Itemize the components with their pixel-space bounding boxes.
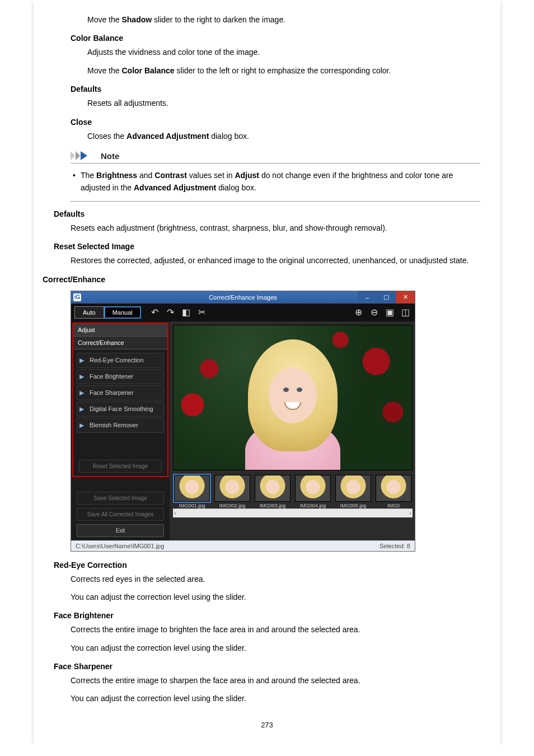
- item-face-brightener[interactable]: ▶Face Brightener: [77, 369, 164, 384]
- face-sharpener-desc1: Corrects the entire image to sharpen the…: [71, 674, 480, 687]
- sidebar-tab-adjust[interactable]: Adjust: [73, 324, 167, 337]
- auto-tab[interactable]: Auto: [74, 306, 104, 319]
- scroll-left-icon[interactable]: ‹: [174, 510, 176, 516]
- shadow-desc: Move the Shadow slider to the right to d…: [87, 13, 480, 26]
- thumbnail[interactable]: IMG002.jpg: [213, 475, 251, 508]
- thumbnail[interactable]: IMG0: [374, 475, 413, 508]
- exit-button[interactable]: Exit: [77, 524, 164, 537]
- save-selected-image-button[interactable]: Save Selected Image: [77, 492, 164, 505]
- face-brightener-desc1: Corrects the entire image to brighten th…: [71, 623, 480, 636]
- reset-selected-image-button[interactable]: Reset Selected Image: [79, 460, 162, 473]
- window-title: Correct/Enhance Images: [209, 294, 277, 301]
- status-path: C:\Users\UserName\IMG001.jpg: [76, 543, 164, 549]
- crop-icon[interactable]: ✂: [196, 306, 208, 319]
- color-balance-desc2: Move the Color Balance slider to the lef…: [87, 64, 480, 77]
- face-sharpener-heading: Face Sharpener: [54, 662, 480, 671]
- rotate-right-icon[interactable]: ↷: [165, 306, 177, 319]
- play-icon: ▶: [79, 389, 84, 396]
- note-arrow-icon: [71, 151, 96, 160]
- defaults-inner-heading: Defaults: [71, 85, 480, 94]
- redeye-heading: Red-Eye Correction: [54, 561, 480, 570]
- redeye-desc2: You can adjust the correction level usin…: [71, 591, 480, 603]
- color-balance-desc1: Adjusts the vividness and color tone of …: [87, 46, 480, 58]
- correct-enhance-window: iG Correct/Enhance Images – ▢ ✕ Auto Man…: [71, 291, 415, 552]
- close-heading: Close: [71, 118, 480, 127]
- thumbnail-row: IMG001.jpg IMG002.jpg IMG003.jpg IMG004.…: [173, 470, 413, 508]
- face-sharpener-desc2: You can adjust the correction level usin…: [71, 692, 480, 704]
- toolbar: Auto Manual ↶ ↷ ◧ ✂ ⊕ ⊖ ▣ ◫: [71, 304, 415, 321]
- item-blemish-remover[interactable]: ▶Blemish Remover: [77, 418, 164, 433]
- window-minimize-button[interactable]: –: [358, 291, 377, 304]
- svg-marker-0: [71, 151, 75, 160]
- play-icon: ▶: [79, 357, 84, 364]
- compare-icon[interactable]: ◫: [399, 306, 411, 319]
- note-body: The Brightness and Contrast values set i…: [71, 169, 480, 202]
- scroll-right-icon[interactable]: ›: [409, 510, 411, 516]
- defaults-outer-heading: Defaults: [54, 209, 480, 218]
- status-selected-count: Selected: 8: [380, 543, 410, 549]
- thumbnail[interactable]: IMG001.jpg: [173, 475, 211, 508]
- sidebar-tab-correct-enhance[interactable]: Correct/Enhance: [73, 337, 167, 349]
- flip-icon[interactable]: ◧: [180, 306, 193, 319]
- app-icon: iG: [73, 293, 81, 301]
- item-digital-face-smoothing[interactable]: ▶Digital Face Smoothing: [77, 402, 164, 417]
- note-title: Note: [101, 151, 119, 161]
- manual-tab[interactable]: Manual: [104, 306, 141, 319]
- title-bar: iG Correct/Enhance Images – ▢ ✕: [71, 291, 415, 304]
- reset-selected-desc: Restores the corrected, adjusted, or enh…: [71, 254, 480, 267]
- window-close-button[interactable]: ✕: [396, 291, 415, 304]
- play-icon: ▶: [79, 405, 84, 413]
- note-header: Note: [71, 151, 480, 164]
- highlighted-panel: Adjust Correct/Enhance ▶Red-Eye Correcti…: [72, 323, 168, 477]
- svg-marker-1: [76, 151, 80, 160]
- thumbnail[interactable]: IMG004.jpg: [294, 475, 332, 508]
- fullscreen-icon[interactable]: ▣: [383, 306, 396, 319]
- page-number: 273: [54, 721, 480, 729]
- section-heading: Correct/Enhance: [43, 275, 480, 284]
- svg-marker-2: [81, 151, 87, 160]
- sidebar: Adjust Correct/Enhance ▶Red-Eye Correcti…: [71, 321, 170, 540]
- window-maximize-button[interactable]: ▢: [377, 291, 396, 304]
- thumbnail[interactable]: IMG005.jpg: [334, 475, 372, 508]
- reset-selected-heading: Reset Selected Image: [54, 242, 480, 251]
- main-pane: IMG001.jpg IMG002.jpg IMG003.jpg IMG004.…: [170, 321, 415, 540]
- zoom-out-icon[interactable]: ⊖: [368, 306, 380, 319]
- color-balance-heading: Color Balance: [71, 34, 480, 43]
- zoom-in-icon[interactable]: ⊕: [352, 306, 364, 319]
- item-face-sharpener[interactable]: ▶Face Sharpener: [77, 385, 164, 400]
- rotate-left-icon[interactable]: ↶: [149, 306, 161, 319]
- status-bar: C:\Users\UserName\IMG001.jpg Selected: 8: [71, 540, 415, 551]
- face-brightener-desc2: You can adjust the correction level usin…: [71, 642, 480, 654]
- play-icon: ▶: [79, 422, 84, 429]
- thumbnail[interactable]: IMG003.jpg: [254, 475, 292, 508]
- horizontal-scrollbar[interactable]: ‹›: [173, 508, 413, 517]
- play-icon: ▶: [79, 373, 84, 380]
- close-desc: Closes the Advanced Adjustment dialog bo…: [87, 130, 480, 142]
- redeye-desc1: Corrects red eyes in the selected area.: [71, 573, 480, 585]
- defaults-inner-desc: Resets all adjustments.: [87, 97, 480, 109]
- doc-page: Move the Shadow slider to the right to d…: [34, 0, 500, 746]
- face-brightener-heading: Face Brightener: [54, 611, 480, 620]
- image-preview[interactable]: [173, 325, 413, 470]
- defaults-outer-desc: Resets each adjustment (brightness, cont…: [71, 222, 480, 234]
- save-all-corrected-images-button[interactable]: Save All Corrected Images: [77, 508, 164, 521]
- item-red-eye-correction[interactable]: ▶Red-Eye Correction: [77, 353, 164, 368]
